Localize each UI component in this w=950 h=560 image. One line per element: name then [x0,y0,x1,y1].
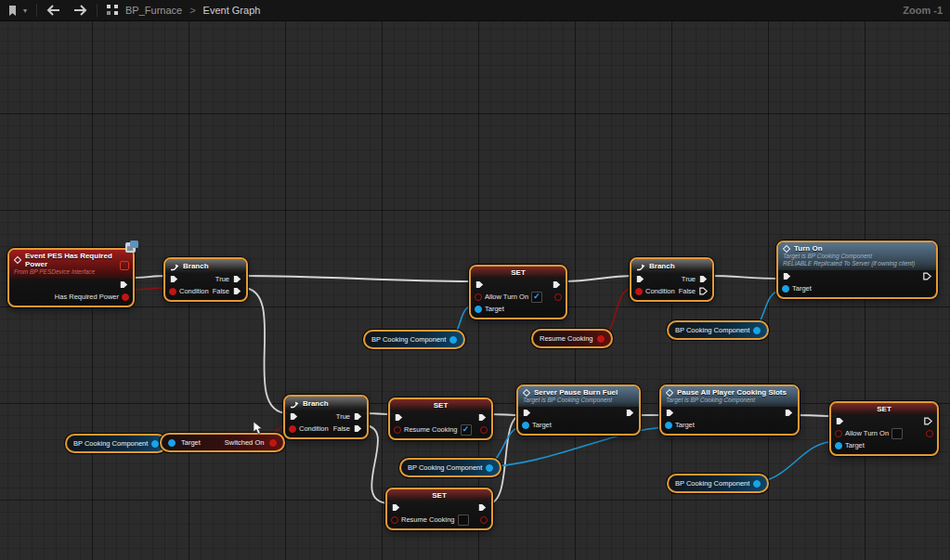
var-bp-cooking-component-1[interactable]: BP Cooking Component [363,330,465,349]
exec-out-pin[interactable] [119,280,129,290]
exec-out-pin[interactable] [784,408,794,418]
exec-false-pin[interactable] [232,286,242,296]
resume-cooking-checkbox[interactable] [458,514,469,526]
bool-out-pin[interactable] [926,430,933,437]
exec-out-pin[interactable] [922,271,932,281]
breadcrumb-separator: > [189,5,195,16]
bool-out-pin[interactable] [269,439,277,447]
object-out-pin[interactable] [753,480,761,488]
node-title: Branch [303,399,329,408]
target-pin[interactable] [522,422,529,429]
node-title: Server Pause Burn Fuel [534,388,618,397]
chevron-down-icon[interactable]: ▾ [23,7,27,15]
target-pin[interactable] [782,285,789,293]
exec-true-pin[interactable] [698,274,709,284]
allow-turn-on-checkbox[interactable] [531,292,542,303]
exec-in-pin[interactable] [782,271,792,281]
node-branch-2[interactable]: Branch True Condition False [630,257,714,302]
bool-in-pin[interactable] [391,516,398,524]
object-out-pin[interactable] [151,440,159,448]
exec-out-pin[interactable] [923,416,933,426]
node-turn-on[interactable]: Turn On Target is BP Cooking Component R… [776,241,938,299]
node-pause-all-player-cooking-slots[interactable]: Pause All Player Cooking Slots Target is… [659,384,800,436]
bool-in-pin[interactable] [394,426,401,434]
exec-in-pin[interactable] [391,502,401,513]
node-subtitle-2: RELIABLE Replicated To Server (if owning… [783,260,931,267]
pin-label: True [215,275,229,283]
object-out-pin[interactable] [486,464,493,472]
object-out-pin[interactable] [753,327,761,334]
back-arrow-button[interactable] [46,5,61,16]
node-set-allow-turn-on-1[interactable]: SET Allow Turn On Target [469,265,567,319]
node-set-resume-cooking-1[interactable]: SET Resume Cooking [388,397,493,440]
condition-pin[interactable] [169,288,176,295]
exec-in-pin[interactable] [835,416,845,426]
allow-turn-on-checkbox[interactable] [891,428,903,439]
node-title: Turn On [794,244,823,253]
pin-label: Resume Cooking [404,425,458,434]
node-header: Turn On Target is BP Cooking Component R… [778,242,936,270]
object-out-pin[interactable] [449,336,457,344]
node-header: Event PES Has Required Power From BP PES… [9,250,133,279]
node-header: Branch [285,397,367,410]
exec-in-pin[interactable] [475,280,485,290]
exec-out-pin[interactable] [477,412,488,423]
node-branch-1[interactable]: Branch True Condition False [163,257,248,302]
exec-in-pin[interactable] [394,412,404,423]
node-switched-on[interactable]: Target Switched On [160,433,285,452]
resume-cooking-checkbox[interactable] [461,424,472,436]
exec-in-pin[interactable] [635,274,645,284]
branch-icon [290,399,299,409]
function-icon [783,244,790,252]
condition-pin[interactable] [289,425,296,433]
exec-in-pin[interactable] [289,411,299,422]
node-set-resume-cooking-2[interactable]: SET Resume Cooking [385,488,493,530]
exec-out-pin[interactable] [552,280,562,290]
breadcrumb-blueprint-name[interactable]: BP_Furnace [125,5,182,16]
function-icon [666,388,673,396]
var-bp-cooking-component-3[interactable]: BP Cooking Component [65,434,167,453]
forward-arrow-button[interactable] [72,5,87,16]
mouse-cursor-icon [253,422,265,439]
node-set-allow-turn-on-2[interactable]: SET Allow Turn On Target [829,401,939,456]
pin-label: Allow Turn On [485,293,528,301]
function-icon [523,388,530,396]
target-pin[interactable] [168,439,176,447]
exec-true-pin[interactable] [353,411,363,422]
bookmark-icon[interactable] [7,5,18,17]
bool-out-pin[interactable] [122,293,129,301]
var-bp-cooking-component-5[interactable]: BP Cooking Component [667,474,769,493]
pin-label: Target [675,421,695,429]
node-server-pause-burn-fuel[interactable]: Server Pause Burn Fuel Target is BP Cook… [516,384,641,436]
exec-in-pin[interactable] [522,408,532,418]
bool-out-pin[interactable] [480,516,488,524]
variable-label: BP Cooking Component [371,335,446,344]
node-event-pes-has-required-power[interactable]: Event PES Has Required Power From BP PES… [7,248,135,307]
var-bp-cooking-component-4[interactable]: BP Cooking Component [399,458,501,477]
bool-out-pin[interactable] [597,335,605,343]
exec-in-pin[interactable] [169,274,179,284]
exec-false-pin[interactable] [353,423,363,434]
breadcrumb-graph-name[interactable]: Event Graph [203,5,261,16]
pin-label: False [679,287,696,295]
target-pin[interactable] [475,306,482,313]
exec-false-pin[interactable] [698,286,709,296]
node-branch-3[interactable]: Branch True Condition False [283,395,369,439]
var-resume-cooking[interactable]: Resume Cooking [531,329,613,348]
bool-in-pin[interactable] [475,293,482,301]
pin-label: Has Required Power [55,293,119,301]
target-pin[interactable] [665,422,672,429]
condition-pin[interactable] [635,288,643,295]
exec-true-pin[interactable] [232,274,242,284]
exec-in-pin[interactable] [665,408,675,418]
var-bp-cooking-component-2[interactable]: BP Cooking Component [667,320,769,340]
bool-out-pin[interactable] [554,293,562,301]
exec-out-pin[interactable] [625,408,635,418]
exec-out-pin[interactable] [477,502,488,513]
pin-label: Target [792,284,812,293]
bool-in-pin[interactable] [835,430,842,437]
target-pin[interactable] [835,442,842,449]
graph-icon [107,5,120,16]
bool-out-pin[interactable] [480,426,488,434]
node-header: Branch [631,259,712,273]
